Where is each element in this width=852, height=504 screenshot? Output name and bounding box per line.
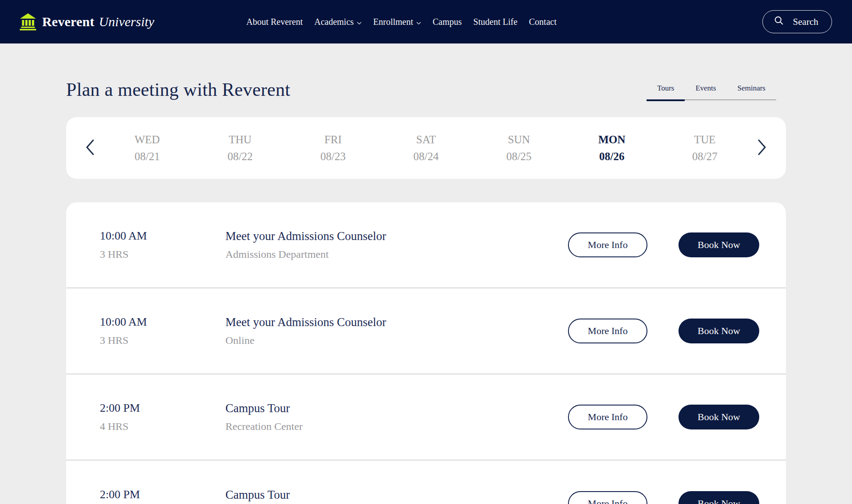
date-options: WED 08/21 THU 08/22 FRI 08/23 SAT 08/24 … [101,131,751,165]
day-label: WED [101,131,193,148]
nav-label: Student Life [473,17,517,27]
date-option-sat-0824[interactable]: SAT 08/24 [379,131,472,165]
event-info-column: Campus Tour Recreation Center [225,402,568,433]
event-time: 2:00 PM [100,488,225,501]
event-title: Campus Tour [225,402,568,415]
date-carousel: WED 08/21 THU 08/22 FRI 08/23 SAT 08/24 … [66,117,786,179]
event-time-column: 10:00 AM 3 HRS [100,315,225,347]
event-duration: 4 HRS [100,421,225,433]
nav-label: Academics [314,17,354,27]
carousel-prev-button[interactable] [79,135,101,161]
carousel-next-button[interactable] [751,135,773,161]
date-label: 08/25 [473,148,565,165]
search-label: Search [793,16,818,28]
chevron-right-icon [757,139,767,157]
book-now-button[interactable]: Book Now [678,232,759,257]
nav-label: Campus [433,17,462,27]
event-row: 2:00 PM 4 HRS Campus Tour Recreation Cen… [66,374,786,461]
nav-enrollment[interactable]: Enrollment [373,17,421,27]
site-header: Reverent University About Reverent Acade… [0,0,852,43]
day-label: SUN [473,131,565,148]
nav-student-life[interactable]: Student Life [473,17,517,27]
event-actions: More Info Book Now [568,405,759,429]
nav-label: Contact [529,17,556,27]
more-info-button[interactable]: More Info [568,405,647,429]
date-label: 08/22 [193,148,286,165]
event-info-column: Campus Tour [225,488,568,504]
event-row: 2:00 PM Campus Tour More Info Book Now [66,461,786,504]
date-option-sun-0825[interactable]: SUN 08/25 [473,131,565,165]
university-building-icon [19,13,37,31]
day-label: SAT [379,131,472,148]
chevron-down-icon [357,17,362,27]
date-option-wed-0821[interactable]: WED 08/21 [101,131,193,165]
event-duration: 3 HRS [100,248,225,261]
event-title: Meet your Admissions Counselor [225,229,568,243]
event-location: Recreation Center [225,421,568,433]
page-title: Plan a meeting with Reverent [66,79,290,100]
chevron-left-icon [85,139,95,157]
book-now-button[interactable]: Book Now [678,405,759,429]
day-label: FRI [287,131,379,148]
event-title: Meet your Admissions Counselor [225,315,568,329]
more-info-button[interactable]: More Info [568,232,647,257]
date-label: 08/21 [101,148,193,165]
brand-suffix: University [99,14,154,29]
nav-label: About Reverent [246,17,303,27]
event-actions: More Info Book Now [568,232,759,257]
day-label: MON [565,131,658,148]
book-now-button[interactable]: Book Now [678,319,759,343]
event-location: Admissions Department [225,248,568,261]
day-label: THU [193,131,286,148]
event-actions: More Info Book Now [568,319,759,343]
main-content: Plan a meeting with Reverent Tours Event… [0,79,852,504]
search-icon [773,15,784,28]
book-now-button[interactable]: Book Now [678,491,759,504]
event-time: 10:00 AM [100,229,225,243]
nav-about-reverent[interactable]: About Reverent [246,17,303,27]
date-option-tue-0827[interactable]: TUE 08/27 [659,131,751,165]
nav-contact[interactable]: Contact [529,17,556,27]
date-option-fri-0823[interactable]: FRI 08/23 [287,131,379,165]
event-info-column: Meet your Admissions Counselor Admission… [225,229,568,261]
search-button[interactable]: Search [762,10,832,33]
event-location: Online [225,335,568,347]
date-label: 08/26 [565,148,658,165]
brand-logo[interactable]: Reverent University [19,13,154,31]
event-title: Campus Tour [225,488,568,502]
event-time-column: 2:00 PM [100,488,225,504]
event-duration: 3 HRS [100,335,225,347]
event-time-column: 2:00 PM 4 HRS [100,402,225,433]
tab-tours[interactable]: Tours [647,84,685,101]
event-actions: More Info Book Now [568,491,759,504]
title-row: Plan a meeting with Reverent Tours Event… [66,79,786,100]
event-time-column: 10:00 AM 3 HRS [100,229,225,261]
day-label: TUE [659,131,751,148]
event-info-column: Meet your Admissions Counselor Online [225,315,568,347]
more-info-button[interactable]: More Info [568,319,647,343]
more-info-button[interactable]: More Info [568,491,647,504]
event-time: 2:00 PM [100,402,225,415]
chevron-down-icon [416,17,421,27]
main-nav: About Reverent Academics Enrollment Camp… [246,0,556,43]
nav-campus[interactable]: Campus [433,17,462,27]
tab-bar: Tours Events Seminars [647,84,776,100]
nav-label: Enrollment [373,17,413,27]
date-label: 08/27 [659,148,751,165]
event-time: 10:00 AM [100,315,225,329]
date-option-thu-0822[interactable]: THU 08/22 [193,131,286,165]
brand-name: Reverent [42,14,95,29]
events-list: 10:00 AM 3 HRS Meet your Admissions Coun… [66,202,786,504]
date-label: 08/24 [379,148,472,165]
date-option-mon-0826-selected[interactable]: MON 08/26 [565,131,658,165]
tab-seminars[interactable]: Seminars [727,84,776,100]
nav-academics[interactable]: Academics [314,17,362,27]
event-row: 10:00 AM 3 HRS Meet your Admissions Coun… [66,288,786,374]
date-label: 08/23 [287,148,379,165]
tab-events[interactable]: Events [685,84,726,100]
event-row: 10:00 AM 3 HRS Meet your Admissions Coun… [66,202,786,288]
